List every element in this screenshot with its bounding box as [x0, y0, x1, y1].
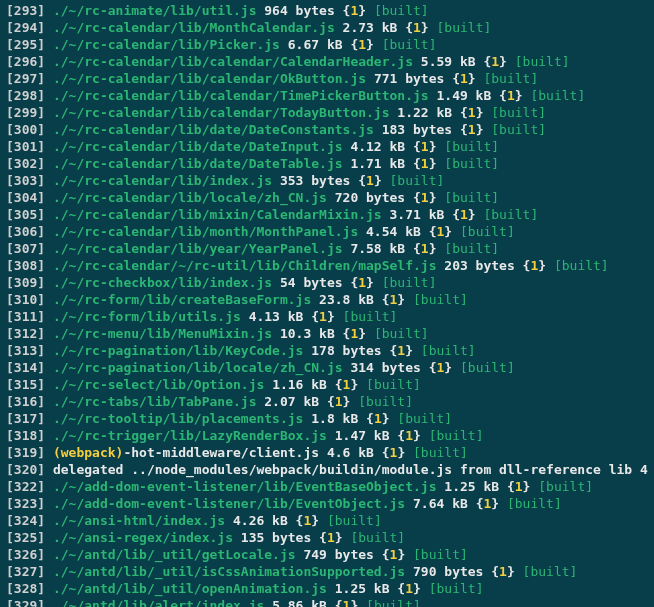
module-size: 720 bytes — [335, 190, 405, 205]
module-index: [325] — [6, 530, 45, 545]
build-output-line: [320] delegated ../node_modules/webpack/… — [6, 461, 648, 478]
build-output-line: [319] (webpack)-hot-middleware/client.js… — [6, 444, 648, 461]
module-size: 23.8 kB — [319, 292, 374, 307]
build-output-line: [304] ./~/rc-calendar/lib/locale/zh_CN.j… — [6, 189, 648, 206]
chunk-count: 1 — [413, 20, 421, 35]
module-path: ./~/ansi-html/index.js — [53, 513, 225, 528]
built-tag: [built] — [460, 360, 515, 375]
module-index: [297] — [6, 71, 45, 86]
module-path: ./~/rc-calendar/lib/calendar/OkButton.js — [53, 71, 366, 86]
brace-close: } — [366, 275, 374, 290]
built-tag: [built] — [507, 496, 562, 511]
module-path: ./~/rc-calendar/lib/Picker.js — [53, 37, 280, 52]
built-tag: [built] — [374, 326, 429, 341]
brace-close: } — [335, 530, 343, 545]
brace-close: } — [468, 71, 476, 86]
module-size: 135 bytes — [241, 530, 311, 545]
chunk-count: 1 — [358, 275, 366, 290]
brace-close: } — [311, 513, 319, 528]
brace-open: { — [382, 292, 390, 307]
build-output-line: [311] ./~/rc-form/lib/utils.js 4.13 kB {… — [6, 308, 648, 325]
module-size: 5.59 kB — [421, 54, 476, 69]
built-tag: [built] — [413, 292, 468, 307]
module-size: 7.64 kB — [413, 496, 468, 511]
brace-close: } — [507, 564, 515, 579]
brace-close: } — [413, 581, 421, 596]
chunk-count: 1 — [468, 105, 476, 120]
module-index: [329] — [6, 598, 45, 607]
module-index: [307] — [6, 241, 45, 256]
built-tag: [built] — [358, 394, 413, 409]
delegated-text: delegated ../node_modules/webpack/buildi… — [53, 462, 648, 477]
module-size: 7.58 kB — [350, 241, 405, 256]
module-index: [305] — [6, 207, 45, 222]
chunk-count: 1 — [397, 343, 405, 358]
chunk-count: 1 — [491, 54, 499, 69]
module-index: [318] — [6, 428, 45, 443]
build-output-line: [305] ./~/rc-calendar/lib/mixin/Calendar… — [6, 206, 648, 223]
module-index: [299] — [6, 105, 45, 120]
module-path: ./~/add-dom-event-listener/lib/EventObje… — [53, 496, 405, 511]
built-tag: [built] — [491, 122, 546, 137]
build-output-line: [293] ./~/rc-animate/lib/util.js 964 byt… — [6, 2, 648, 19]
module-size: 1.47 kB — [335, 428, 390, 443]
build-output-line: [309] ./~/rc-checkbox/lib/index.js 54 by… — [6, 274, 648, 291]
module-index: [310] — [6, 292, 45, 307]
brace-open: { — [452, 71, 460, 86]
build-output-line: [299] ./~/rc-calendar/lib/calendar/Today… — [6, 104, 648, 121]
brace-open: { — [397, 581, 405, 596]
built-tag: [built] — [444, 156, 499, 171]
build-output-line: [323] ./~/add-dom-event-listener/lib/Eve… — [6, 495, 648, 512]
module-size: 4.26 kB — [233, 513, 288, 528]
module-index: [298] — [6, 88, 45, 103]
brace-close: } — [374, 173, 382, 188]
built-tag: [built] — [444, 241, 499, 256]
brace-open: { — [429, 360, 437, 375]
chunk-count: 1 — [499, 564, 507, 579]
brace-close: } — [366, 37, 374, 52]
built-tag: [built] — [483, 71, 538, 86]
module-size: 314 bytes — [350, 360, 420, 375]
brace-open: { — [413, 190, 421, 205]
build-output-line: [294] ./~/rc-calendar/lib/MonthCalendar.… — [6, 19, 648, 36]
module-size: 4.54 kB — [366, 224, 421, 239]
build-output-line: [314] ./~/rc-pagination/lib/locale/zh_CN… — [6, 359, 648, 376]
module-path: ./~/rc-calendar/lib/locale/zh_CN.js — [53, 190, 327, 205]
built-tag: [built] — [397, 411, 452, 426]
brace-open: { — [397, 428, 405, 443]
build-output-line: [329] ./~/antd/lib/alert/index.js 5.86 k… — [6, 597, 648, 607]
brace-open: { — [413, 156, 421, 171]
module-path: ./~/rc-calendar/lib/date/DateConstants.j… — [53, 122, 374, 137]
module-path: ./~/rc-form/lib/utils.js — [53, 309, 241, 324]
brace-close: } — [429, 241, 437, 256]
chunk-count: 1 — [421, 190, 429, 205]
module-index: [322] — [6, 479, 45, 494]
module-path: ./~/add-dom-event-listener/lib/EventBase… — [53, 479, 437, 494]
module-index: [295] — [6, 37, 45, 52]
module-index: [300] — [6, 122, 45, 137]
brace-close: } — [327, 309, 335, 324]
brace-open: { — [460, 105, 468, 120]
module-size: 1.71 kB — [350, 156, 405, 171]
module-size: 6.67 kB — [288, 37, 343, 52]
built-tag: [built] — [413, 445, 468, 460]
brace-close: } — [350, 598, 358, 607]
build-output-line: [310] ./~/rc-form/lib/createBaseForm.js … — [6, 291, 648, 308]
brace-open: { — [413, 241, 421, 256]
module-index: [309] — [6, 275, 45, 290]
module-index: [304] — [6, 190, 45, 205]
brace-close: } — [350, 377, 358, 392]
module-path: ./~/ansi-regex/index.js — [53, 530, 233, 545]
brace-open: { — [319, 530, 327, 545]
module-size: 1.22 kB — [397, 105, 452, 120]
brace-close: } — [429, 139, 437, 154]
module-size: 5.86 kB — [272, 598, 327, 607]
chunk-count: 1 — [366, 173, 374, 188]
built-tag: [built] — [382, 37, 437, 52]
built-tag: [built] — [421, 343, 476, 358]
build-output-line: [306] ./~/rc-calendar/lib/month/MonthPan… — [6, 223, 648, 240]
chunk-count: 1 — [374, 411, 382, 426]
module-path: ./~/rc-calendar/lib/date/DateInput.js — [53, 139, 343, 154]
brace-close: } — [421, 20, 429, 35]
module-index: [294] — [6, 20, 45, 35]
